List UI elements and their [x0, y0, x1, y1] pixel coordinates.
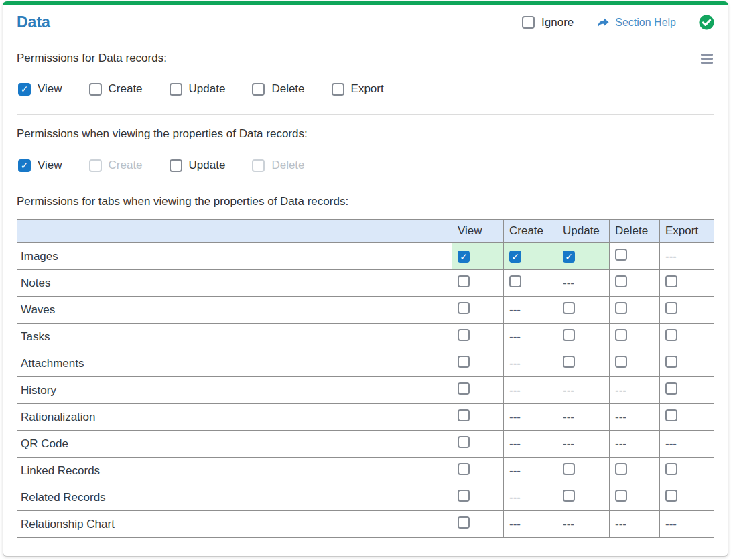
checkbox-box[interactable] — [458, 251, 470, 263]
row-label: Rationalization — [17, 404, 452, 431]
section-help-link[interactable]: Section Help — [596, 17, 676, 29]
checkbox-box[interactable] — [252, 83, 265, 96]
permission-cell-export-na: --- — [660, 243, 714, 270]
checkbox-box[interactable] — [458, 463, 470, 475]
section-body: Permissions for Data records: ViewCreate… — [3, 40, 728, 547]
permission-cell-create-na: --- — [504, 458, 557, 484]
ignore-checkbox[interactable]: Ignore — [522, 16, 574, 29]
checkbox-box[interactable] — [615, 490, 627, 502]
checkbox-box[interactable] — [458, 409, 470, 421]
permission-cell-create — [504, 243, 557, 270]
checkbox-box[interactable] — [665, 356, 677, 368]
records-permissions-header: Permissions for Data records: — [17, 52, 714, 66]
permission-checkbox-view[interactable]: View — [18, 82, 62, 96]
permission-cell-view — [452, 350, 504, 377]
permission-cell-export — [660, 458, 714, 484]
permission-checkbox-export[interactable]: Export — [332, 82, 384, 96]
checkbox-box[interactable] — [665, 463, 677, 475]
checkbox-box[interactable] — [458, 382, 470, 395]
share-arrow-icon — [596, 17, 610, 29]
checkbox-box[interactable] — [665, 302, 677, 314]
checkbox-box[interactable] — [458, 516, 470, 529]
records-permissions-checkboxes: ViewCreateUpdateDeleteExport — [18, 82, 714, 96]
checkbox-label: Export — [351, 82, 384, 96]
permission-cell-export — [660, 297, 714, 324]
checkbox-box[interactable] — [615, 275, 627, 287]
permission-cell-update — [557, 484, 610, 511]
checkbox-box[interactable] — [665, 490, 677, 502]
checkbox-box[interactable] — [665, 329, 677, 341]
checkbox-box[interactable] — [665, 409, 677, 421]
permission-checkbox-create[interactable]: Create — [89, 82, 143, 96]
data-section-card: Data Ignore Section Help Permission — [3, 1, 728, 557]
permission-cell-update — [557, 297, 610, 324]
permission-cell-delete-na: --- — [610, 431, 660, 458]
checkbox-box[interactable] — [18, 159, 31, 172]
row-label: Images — [17, 243, 452, 270]
checkbox-label: View — [38, 159, 62, 172]
checkbox-box[interactable] — [665, 382, 677, 395]
checkbox-box[interactable] — [458, 436, 470, 448]
permission-cell-view — [452, 297, 504, 324]
column-header-update: Update — [557, 220, 610, 243]
checkbox-box[interactable] — [509, 275, 521, 287]
checkbox-box[interactable] — [170, 159, 182, 172]
records-permissions-label: Permissions for Data records: — [17, 52, 167, 65]
column-header-create: Create — [504, 220, 557, 243]
checkbox-box[interactable] — [615, 302, 627, 314]
checkbox-box[interactable] — [615, 463, 627, 475]
menu-icon[interactable] — [700, 52, 714, 66]
ignore-label: Ignore — [541, 16, 574, 29]
permission-cell-view — [452, 324, 504, 350]
permission-cell-delete — [610, 270, 660, 297]
row-label: QR Code — [17, 431, 452, 458]
checkbox-box[interactable] — [615, 249, 627, 261]
checkbox-box[interactable] — [665, 275, 677, 287]
permission-cell-delete-na: --- — [610, 404, 660, 431]
tabs-permissions-table: ViewCreateUpdateDeleteExport Images---No… — [17, 219, 714, 538]
permission-cell-update — [557, 458, 610, 484]
checkbox-box[interactable] — [563, 356, 575, 368]
row-label: Attachments — [17, 350, 452, 377]
checkbox-box[interactable] — [509, 251, 521, 263]
checkbox-box[interactable] — [615, 329, 627, 341]
properties-permissions-checkboxes: ViewCreateUpdateDelete — [18, 159, 714, 172]
checkbox-box[interactable] — [18, 83, 31, 96]
table-row: Related Records--- — [17, 484, 714, 511]
table-row: Linked Records--- — [17, 458, 714, 484]
checkbox-label: Update — [189, 82, 226, 96]
checkbox-box[interactable] — [563, 329, 575, 341]
permission-cell-view — [452, 458, 504, 484]
checkbox-box[interactable] — [458, 302, 470, 314]
permission-checkbox-update[interactable]: Update — [170, 82, 226, 96]
permission-cell-update-na: --- — [557, 377, 610, 404]
permission-cell-update-na: --- — [557, 270, 610, 297]
permission-checkbox-delete[interactable]: Delete — [252, 82, 304, 96]
checkbox-box[interactable] — [458, 356, 470, 368]
permission-cell-export — [660, 377, 714, 404]
checkbox-box[interactable] — [615, 356, 627, 368]
permission-cell-view — [452, 484, 504, 511]
permission-cell-update — [557, 324, 610, 350]
permission-checkbox-view[interactable]: View — [18, 159, 62, 172]
table-row: Attachments--- — [17, 350, 714, 377]
permission-cell-update-na: --- — [557, 431, 610, 458]
checkbox-box[interactable] — [563, 302, 575, 314]
checkbox-box[interactable] — [170, 83, 182, 96]
permission-cell-delete-na: --- — [610, 377, 660, 404]
checkbox-box[interactable] — [563, 463, 575, 475]
checkbox-box[interactable] — [563, 490, 575, 502]
checkbox-box[interactable] — [89, 83, 102, 96]
checkbox-box[interactable] — [332, 83, 344, 96]
checkbox-box[interactable] — [458, 329, 470, 341]
permission-cell-create-na: --- — [504, 324, 557, 350]
permission-cell-create-na: --- — [504, 484, 557, 511]
permission-cell-delete — [610, 458, 660, 484]
table-row: History--------- — [17, 377, 714, 404]
checkbox-box[interactable] — [458, 275, 470, 287]
checkbox-box[interactable] — [522, 16, 535, 29]
tabs-permissions-label: Permissions for tabs when viewing the pr… — [17, 195, 714, 208]
checkbox-box[interactable] — [563, 251, 575, 263]
permission-checkbox-update[interactable]: Update — [170, 159, 226, 172]
checkbox-box[interactable] — [458, 490, 470, 502]
